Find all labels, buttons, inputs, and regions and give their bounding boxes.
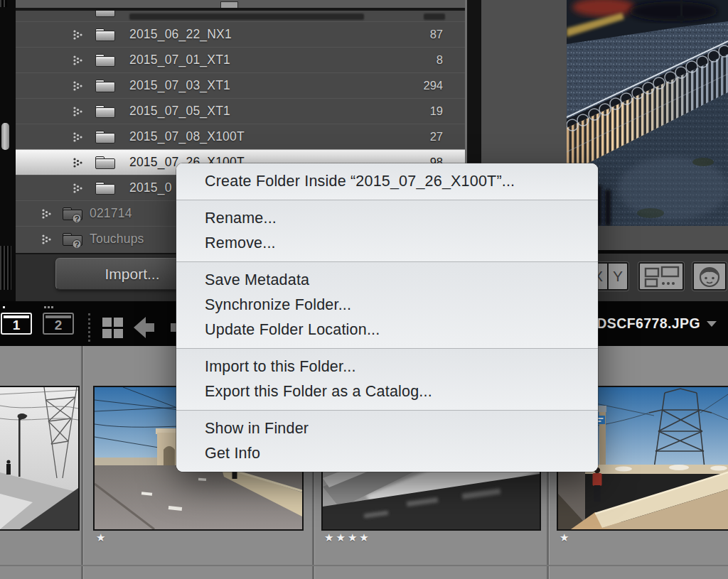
panel-grip-texture: [0, 0, 7, 7]
photo-count: 27: [430, 124, 443, 148]
person: [6, 460, 11, 475]
window1-indicator-dot: [3, 306, 5, 308]
folder-icon: [95, 26, 116, 43]
star-rating[interactable]: ★: [560, 532, 571, 543]
folder-row[interactable]: 2015_07_05_XT1 19: [16, 98, 465, 124]
disclosure-dots-icon[interactable]: [73, 106, 83, 117]
disclosure-dots-icon[interactable]: [73, 157, 83, 168]
second-window-button[interactable]: 2: [43, 313, 74, 335]
cell-bottom-edge: [0, 565, 728, 566]
folder-icon: [95, 77, 116, 94]
window1-label: 1: [2, 318, 31, 332]
missing-folder-icon: [62, 231, 83, 248]
clipped-count: [424, 13, 445, 20]
folder-name: 2015_06_22_NX1: [129, 22, 232, 46]
folder-row-clipped[interactable]: [16, 11, 465, 21]
folder-name: 2015_07_05_XT1: [129, 99, 230, 123]
star-rating[interactable]: ★★★★: [324, 532, 371, 543]
photo-count: 87: [430, 22, 443, 46]
menu-item-save-metadata[interactable]: Save Metadata: [176, 268, 598, 293]
menu-item-rename[interactable]: Rename...: [176, 206, 598, 231]
window2-label: 2: [44, 318, 73, 332]
next-photo-arrow-icon[interactable]: [171, 323, 176, 332]
clipped-row-above: [16, 0, 465, 8]
folder-row[interactable]: 2015_06_22_NX1 87: [16, 21, 465, 47]
survey-view-icon: [640, 264, 682, 289]
bridge-parapet: [595, 471, 728, 529]
folders-scrollbar-thumb[interactable]: [1, 123, 9, 150]
disclosure-dots-icon[interactable]: [73, 80, 83, 92]
photo-count: 294: [423, 73, 443, 97]
left-edge-strip: [0, 0, 16, 301]
people-view-button[interactable]: [692, 262, 727, 291]
folder-row[interactable]: 2015_07_08_X100T 27: [16, 124, 465, 149]
folder-icon: [95, 103, 116, 120]
menu-section: Save Metadata Synchronize Folder... Upda…: [176, 262, 598, 348]
folder-name: 021714: [90, 201, 132, 225]
main-window-button[interactable]: 1: [1, 313, 32, 335]
folder-name: 2015_07_03_XT1: [129, 73, 230, 97]
current-filename: / DSCF6778.JPG: [589, 315, 700, 332]
clipped-text: [129, 13, 364, 20]
star-rating[interactable]: ★: [96, 532, 107, 543]
folder-row[interactable]: 2015_07_01_XT1 8: [16, 47, 465, 72]
dotted-separator: [88, 313, 90, 342]
previous-photo-arrow-icon[interactable]: [134, 317, 155, 338]
filmstrip-breadcrumb[interactable]: / DSCF6778.JPG: [589, 313, 717, 335]
folder-context-menu: Create Folder Inside “2015_07_26_X100T”.…: [176, 163, 598, 472]
folder-name: 2015_07_08_X100T: [129, 124, 245, 148]
disclosure-dots-icon[interactable]: [41, 234, 52, 245]
arrow-triangle: [134, 317, 146, 338]
menu-section: Import to this Folder... Export this Fol…: [176, 349, 598, 410]
lightroom-window: 2015_06_22_NX1 87 2015_07_01_XT1 8 2015_…: [0, 0, 728, 579]
thumbnail-photo-1[interactable]: [0, 386, 80, 531]
disclosure-dots-icon[interactable]: [73, 183, 83, 194]
folder-icon: [95, 154, 116, 171]
menu-item-synchronize-folder[interactable]: Synchronize Folder...: [176, 293, 598, 318]
menu-item-update-folder-location[interactable]: Update Folder Location...: [176, 318, 598, 342]
menu-item-create-folder-inside[interactable]: Create Folder Inside “2015_07_26_X100T”.…: [176, 169, 598, 194]
survey-view-button[interactable]: [638, 262, 684, 291]
menu-item-show-in-finder[interactable]: Show in Finder: [176, 416, 598, 441]
cell-divider: [81, 346, 83, 579]
folder-name: 2015_0: [129, 175, 172, 200]
missing-folder-icon: [62, 205, 83, 222]
folder-icon: [95, 52, 116, 69]
disclosure-dots-icon[interactable]: [73, 29, 83, 40]
chevron-down-icon: [707, 321, 717, 327]
menu-item-export-folder-as-catalog[interactable]: Export this Folder as a Catalog...: [176, 379, 598, 404]
disclosure-dots-icon[interactable]: [73, 55, 83, 66]
panel-end-grip-texture: [0, 246, 11, 290]
people-view-icon: [694, 264, 725, 289]
menu-section: Show in Finder Get Info: [176, 411, 598, 472]
folder-icon: [95, 180, 116, 197]
compare-y-label: Y: [607, 264, 627, 289]
menu-item-remove[interactable]: Remove...: [176, 231, 598, 256]
grid-view-icon[interactable]: [102, 318, 123, 338]
menu-section: Rename... Remove...: [176, 200, 598, 261]
disclosure-dots-icon[interactable]: [41, 208, 52, 220]
menu-section: Create Folder Inside “2015_07_26_X100T”.…: [176, 163, 598, 200]
folder-name: 2015_07_01_XT1: [129, 48, 230, 72]
folder-name: Touchups: [90, 227, 144, 251]
window2-indicator-dots: [44, 306, 53, 308]
folder-row[interactable]: 2015_07_03_XT1 294: [16, 72, 465, 98]
menu-item-import-to-this-folder[interactable]: Import to this Folder...: [176, 355, 598, 379]
folder-icon: [95, 129, 116, 146]
menu-item-get-info[interactable]: Get Info: [176, 441, 598, 466]
photo-count: 19: [430, 99, 443, 123]
folder-icon: [95, 11, 116, 19]
photo-count: 8: [437, 48, 443, 72]
arrow-tail: [145, 323, 154, 332]
disclosure-dots-icon[interactable]: [73, 131, 83, 143]
